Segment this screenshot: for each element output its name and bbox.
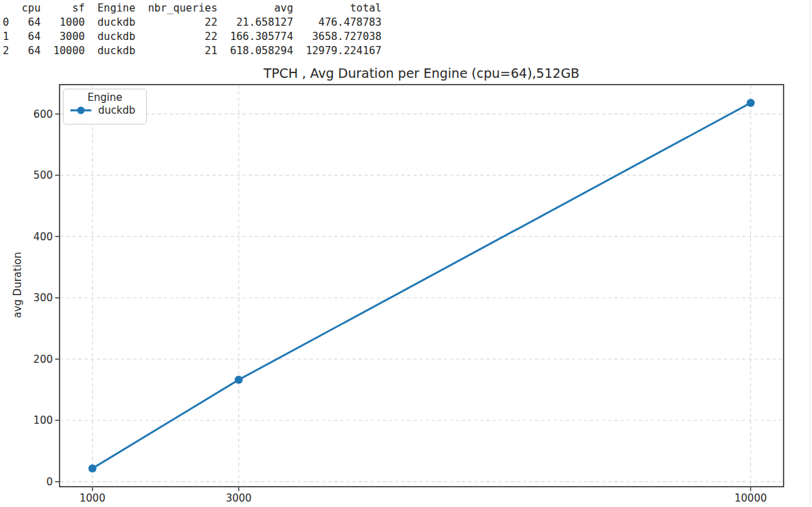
y-tick-label: 300 xyxy=(33,292,53,304)
cell-border xyxy=(809,0,811,507)
y-tick-label: 400 xyxy=(33,231,53,243)
y-tick-label: 0 xyxy=(46,476,53,488)
legend-title: Engine xyxy=(64,91,146,104)
y-axis-label: avg Duration xyxy=(12,183,26,387)
data-point-duckdb-3000 xyxy=(235,376,243,384)
data-point-duckdb-1000 xyxy=(89,464,97,472)
x-tick-label: 3000 xyxy=(226,492,252,504)
plot-border xyxy=(60,85,784,487)
x-tick-label: 10000 xyxy=(735,492,767,504)
y-tick-label: 200 xyxy=(33,353,53,366)
legend-entry-duckdb: duckdb xyxy=(64,104,146,116)
line-marker-icon xyxy=(69,106,93,115)
y-tick-label: 500 xyxy=(33,169,53,181)
series-line-duckdb xyxy=(93,103,751,468)
legend: Engine duckdb xyxy=(63,89,147,125)
x-tick-label: 1000 xyxy=(80,492,106,504)
data-point-duckdb-10000 xyxy=(746,99,754,107)
legend-label: duckdb xyxy=(98,104,135,116)
y-tick-label: 100 xyxy=(33,414,53,426)
notebook-output: cpu sf Engine nbr_queries avg total 0 64… xyxy=(0,0,812,507)
chart-title: TPCH , Avg Duration per Engine (cpu=64),… xyxy=(60,66,784,81)
y-tick-label: 600 xyxy=(33,108,53,120)
